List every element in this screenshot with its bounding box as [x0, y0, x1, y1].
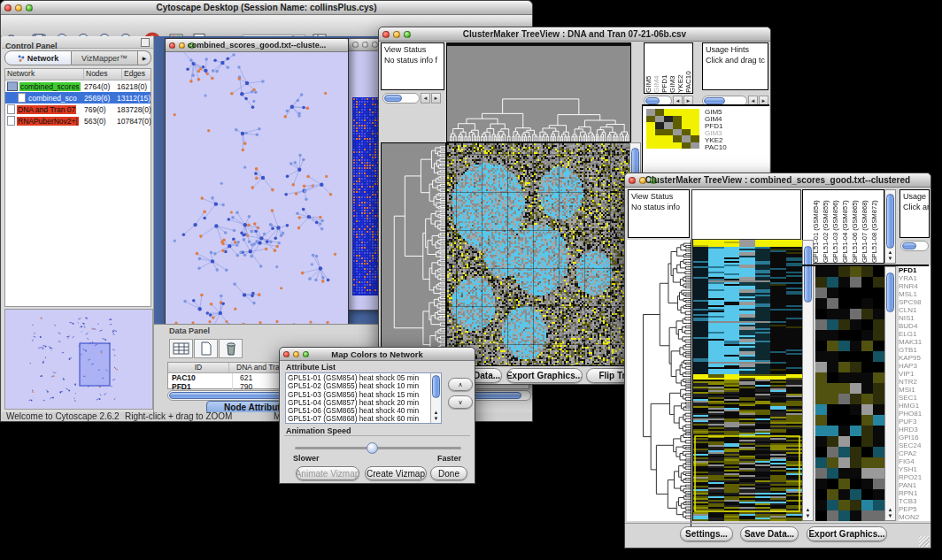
col-id[interactable]: ID	[168, 363, 229, 372]
gene-label[interactable]: CPA2	[899, 449, 930, 457]
gene-label[interactable]: VIP1	[899, 370, 930, 378]
tab-overflow-button[interactable]: ▶	[138, 50, 151, 65]
slider-thumb[interactable]	[367, 442, 378, 454]
tv2-zoom-scrollbar[interactable]: ▲▼	[884, 266, 896, 521]
gene-label[interactable]: PEP5	[899, 505, 930, 513]
animation-slider[interactable]	[295, 447, 461, 449]
heatmap-column-label[interactable]: GPL51-02 (GSM855)	[822, 192, 831, 263]
gene-label[interactable]: PFD1	[899, 266, 930, 274]
tv1-gene-list[interactable]: GIM5GIM4PFD1GIM3YKE2PAC10	[705, 109, 767, 162]
network-view[interactable]	[166, 52, 346, 328]
tv1-summary-heatmap[interactable]	[646, 109, 699, 149]
gene-label[interactable]: YRA1	[899, 274, 930, 282]
gene-label[interactable]: MON2	[899, 513, 930, 521]
gene-label[interactable]: HAP3	[899, 362, 930, 370]
col-edges[interactable]: Edges	[122, 69, 151, 80]
gene-label[interactable]: PHO81	[899, 410, 930, 418]
gene-label[interactable]: SPC98	[899, 298, 930, 306]
tv1-heatmap[interactable]	[446, 142, 630, 366]
move-down-button[interactable]: ∨	[448, 395, 473, 409]
gene-label[interactable]: GTB1	[899, 346, 930, 354]
treeview2-titlebar[interactable]: ClusterMaker TreeView : combined_scores_…	[625, 173, 930, 188]
gene-label[interactable]: NIS1	[899, 314, 930, 322]
network-overview-panel[interactable]	[4, 309, 153, 410]
tv2-settings-button[interactable]: Settings...	[680, 526, 733, 541]
gene-label[interactable]: PAN1	[899, 481, 930, 489]
tv1-export-graphics-button[interactable]: Export Graphics...	[506, 368, 583, 383]
network-window-titlebar[interactable]: combined_scores_good.txt--cluste...	[166, 39, 348, 52]
tv1-status-scrollbar[interactable]: ◄►	[382, 93, 441, 104]
gene-label[interactable]: PUF3	[899, 418, 930, 426]
heatmap-column-label[interactable]: GPL51-08 (GSM872)	[870, 192, 880, 263]
tv2-column-tree-area[interactable]	[691, 189, 801, 240]
trash-icon[interactable]	[219, 339, 243, 358]
network-table-row[interactable]: combined_scores2764(0)16218(0)	[5, 81, 151, 92]
gene-label[interactable]: NTR2	[899, 378, 930, 386]
gene-label[interactable]: PAC10	[705, 144, 767, 151]
network-table-row[interactable]: combined_sco2569(6)13112(15)	[5, 92, 151, 104]
network-table-row[interactable]: DNA and Tran 07769(0)183728(0)	[5, 104, 151, 115]
heatmap-column-label[interactable]: GPL51-04 (GSM857)	[841, 192, 851, 263]
tv2-gene-list[interactable]: PFD1YRA1RNR4MSL1SPC98CLN1NIS1BUD4ELG1MAK…	[899, 266, 930, 521]
heatmap-column-label[interactable]: GPL51-06 (GSM865)	[851, 192, 861, 263]
network-table-row[interactable]: RNAPuberNov2+|563(0)107847(0)	[5, 115, 151, 127]
float-panel-icon[interactable]	[141, 38, 150, 47]
tab-vizmapper[interactable]: VizMapper™	[72, 50, 138, 65]
move-up-button[interactable]: ∧	[448, 378, 473, 391]
tv1-row-dendrogram[interactable]	[381, 142, 446, 366]
col-nodes[interactable]: Nodes	[84, 69, 122, 80]
gene-label[interactable]: RPN1	[899, 489, 930, 497]
gene-label[interactable]: RPO21	[899, 473, 930, 481]
tv1-column-labels[interactable]: GIM5GIM4PFD1GIM3YKE2PAC10	[644, 42, 693, 94]
heatmap-column-label[interactable]: GIM3	[668, 45, 676, 93]
tv2-heatmap[interactable]	[692, 240, 802, 521]
tv2-row-dendrogram[interactable]	[627, 240, 691, 521]
dialog-titlebar[interactable]: Map Colors to Network	[280, 348, 475, 361]
gene-label[interactable]: RNR4	[899, 282, 930, 290]
resize-grip[interactable]	[919, 536, 930, 547]
animate-vizmap-button[interactable]: Animate Vizmap	[296, 466, 359, 480]
gene-label[interactable]: ELG1	[899, 330, 930, 338]
tab-network[interactable]: Network	[4, 50, 72, 65]
table-tool-icon[interactable]	[169, 339, 193, 358]
gene-label[interactable]: MSL1	[899, 290, 930, 298]
gene-label[interactable]: TCB3	[899, 497, 930, 505]
gene-label[interactable]: BUD4	[899, 322, 930, 330]
heatmap-column-label[interactable]: YKE2	[676, 45, 684, 93]
tv1-column-dendrogram[interactable]	[446, 42, 631, 142]
heatmap-column-label[interactable]: GPL51-07 (GSM868)	[861, 192, 870, 263]
tv2-heatmap-scrollbar[interactable]: ▲▼	[802, 240, 814, 521]
tv2-hints-scrollbar[interactable]	[900, 241, 929, 251]
heatmap-column-label[interactable]: GIM4	[652, 45, 660, 93]
main-titlebar[interactable]: Cytoscape Desktop (Session Name: collins…	[1, 1, 532, 15]
col-network[interactable]: Network	[5, 69, 84, 80]
gene-label[interactable]: HRD3	[899, 426, 930, 433]
attribute-list[interactable]: GPL51-01 (GSM854) heat shock 05 minGPL51…	[285, 372, 442, 424]
heatmap-column-label[interactable]: GIM5	[645, 45, 652, 93]
tv2-export-graphics-button[interactable]: Export Graphics...	[807, 526, 887, 541]
heatmap-column-label[interactable]: GPL51-03 (GSM856)	[831, 192, 841, 263]
heatmap-column-label[interactable]: PAC10	[684, 45, 692, 93]
gene-label[interactable]: SEC1	[899, 394, 930, 402]
gene-label[interactable]: GPI16	[899, 433, 930, 441]
create-vizmap-button[interactable]: Create Vizmap	[365, 466, 427, 480]
heatmap-column-label[interactable]: PFD1	[660, 45, 668, 93]
tv2-column-labels[interactable]: GPL51-01 (GSM854)GPL51-02 (GSM855)GPL51-…	[802, 189, 884, 264]
tv2-save-data-button[interactable]: Save Data...	[740, 526, 799, 541]
gene-label[interactable]: SEC24	[899, 441, 930, 449]
gene-label[interactable]: HMG1	[899, 402, 930, 410]
attribute-list-item[interactable]: GPL51-07 (GSM868) heat shock 60 min	[288, 415, 439, 423]
gene-label[interactable]: FIG4	[899, 457, 930, 465]
gene-label[interactable]: MAK31	[899, 338, 930, 346]
minimize-icon[interactable]	[362, 42, 368, 48]
new-document-icon[interactable]	[194, 339, 218, 358]
tv2-labels-scrollbar[interactable]: ▲▼	[884, 189, 896, 264]
tv2-zoom-heatmap[interactable]	[815, 266, 884, 521]
gene-label[interactable]: CLN1	[899, 306, 930, 314]
done-button[interactable]: Done	[430, 466, 467, 480]
dense-network-view[interactable]	[352, 97, 379, 295]
treeview1-titlebar[interactable]: ClusterMaker TreeView : DNA and Tran 07-…	[379, 27, 770, 42]
gene-label[interactable]: YSH1	[899, 465, 930, 473]
zoom-window-icon[interactable]	[372, 42, 378, 48]
gene-label[interactable]: KAP95	[899, 354, 930, 362]
